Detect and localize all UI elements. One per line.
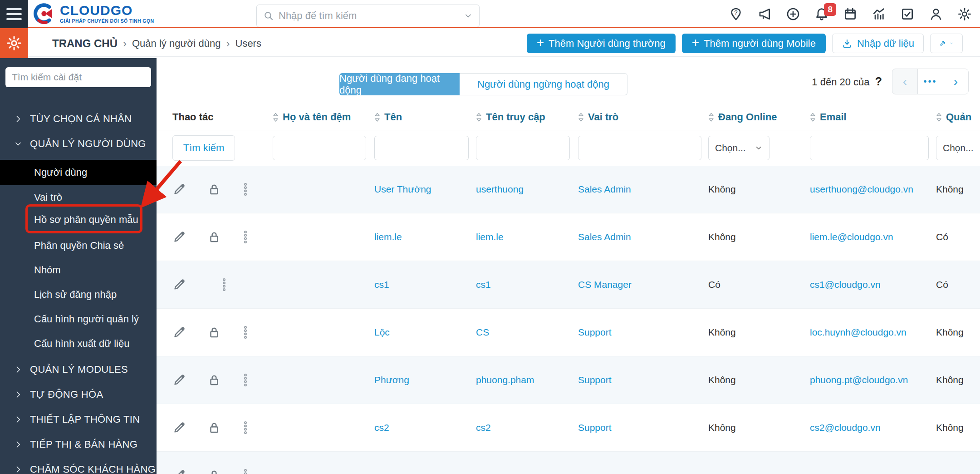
next-page-button[interactable]: ›	[943, 69, 969, 94]
cell-email[interactable]: phuong.pt@cloudgo.vn	[810, 375, 936, 385]
kebab-menu-icon[interactable]	[221, 278, 227, 291]
add-circle-icon[interactable]	[786, 7, 800, 21]
edit-icon[interactable]	[172, 421, 186, 434]
cell-role[interactable]: Sales Admin	[578, 232, 708, 242]
user-profile-icon[interactable]	[929, 7, 943, 21]
cell-email[interactable]: loc.huynh@cloudgo.vn	[810, 327, 936, 338]
more-pages-button[interactable]: •••	[917, 69, 943, 94]
edit-icon[interactable]	[172, 230, 186, 244]
sidebar-section-info-setup[interactable]: THIẾT LẬP THÔNG TIN	[0, 407, 157, 432]
column-header-role[interactable]: Vai trò	[578, 111, 708, 123]
column-header-email[interactable]: Email	[810, 111, 936, 123]
tools-dropdown-button[interactable]	[930, 34, 963, 53]
kebab-menu-icon[interactable]	[242, 373, 249, 387]
settings-module-icon[interactable]	[0, 28, 28, 58]
map-pin-help-icon[interactable]	[729, 7, 743, 21]
add-mobile-user-button[interactable]: + Thêm người dùng Mobile	[682, 34, 826, 53]
column-header-username[interactable]: Tên truy cập	[476, 111, 578, 123]
cell-role[interactable]: Support	[578, 422, 708, 433]
cell-email[interactable]: liem.le@cloudgo.vn	[810, 232, 936, 242]
global-search-input[interactable]	[279, 10, 464, 22]
megaphone-icon[interactable]	[757, 7, 772, 21]
sidebar-section-user-management[interactable]: QUẢN LÝ NGƯỜI DÙNG	[0, 132, 157, 156]
prev-page-button[interactable]: ‹	[892, 69, 918, 94]
sidebar-item-sharing-permissions[interactable]: Phân quyền Chia sẻ	[0, 233, 157, 258]
cell-username[interactable]: userthuong	[476, 184, 578, 195]
cell-name[interactable]: Phương	[374, 375, 476, 385]
sidebar-item-groups[interactable]: Nhóm	[0, 258, 157, 282]
edit-icon[interactable]	[172, 469, 186, 474]
sidebar-section-modules[interactable]: QUẢN LÝ MODULES	[0, 357, 157, 382]
lock-icon[interactable]	[207, 421, 221, 434]
filter-online-select[interactable]: Chọn...	[708, 136, 769, 160]
column-header-name[interactable]: Tên	[374, 111, 476, 123]
lock-icon[interactable]	[207, 373, 221, 387]
cloudgo-logo[interactable]: CLOUDGO GIẢI PHÁP CHUYỂN ĐỔI SỐ TINH GỌN	[33, 2, 154, 25]
kebab-menu-icon[interactable]	[242, 326, 249, 339]
sidebar-section-personal[interactable]: TÙY CHỌN CÁ NHÂN	[0, 107, 157, 131]
edit-icon[interactable]	[172, 373, 186, 387]
calendar-icon[interactable]	[843, 7, 858, 21]
cell-role[interactable]: CS Manager	[578, 279, 708, 290]
filter-manager-select[interactable]: Chọn...	[936, 136, 980, 160]
cell-email[interactable]: userthuong@cloudgo.vn	[810, 184, 936, 195]
sidebar-item-roles[interactable]: Vai trò	[0, 185, 157, 210]
column-header-middle-name[interactable]: Họ và tên đệm	[273, 111, 374, 123]
kebab-menu-icon[interactable]	[242, 421, 249, 434]
sidebar-section-automation[interactable]: TỰ ĐỘNG HÓA	[0, 382, 157, 407]
cell-username[interactable]: cs1	[476, 279, 578, 290]
kebab-menu-icon[interactable]	[242, 469, 249, 474]
sidebar-item-manager-config[interactable]: Cấu hình người quản lý	[0, 307, 157, 331]
sidebar-item-permission-profiles[interactable]: Hồ sơ phân quyền mẫu	[0, 207, 157, 232]
add-regular-user-button[interactable]: + Thêm Người dùng thường	[527, 34, 676, 53]
cell-role[interactable]: Support	[578, 375, 708, 385]
cell-username[interactable]: CS	[476, 327, 578, 338]
tasks-icon[interactable]	[900, 7, 915, 21]
lock-icon[interactable]	[207, 183, 221, 196]
cell-name[interactable]: liem.le	[374, 232, 476, 242]
cell-name[interactable]: cs1	[374, 279, 476, 290]
breadcrumb-home[interactable]: TRANG CHỦ	[52, 37, 118, 50]
cell-role[interactable]: Support	[578, 327, 708, 338]
sidebar-search-input[interactable]	[12, 72, 145, 83]
table-search-button[interactable]: Tìm kiếm	[172, 135, 235, 161]
hamburger-menu-icon[interactable]	[0, 0, 28, 28]
cell-email[interactable]: cs1@cloudgo.vn	[810, 279, 936, 290]
filter-role-input[interactable]	[578, 136, 701, 160]
tab-inactive-users[interactable]: Người dùng ngừng hoạt động	[460, 73, 627, 95]
kebab-menu-icon[interactable]	[242, 183, 249, 196]
sidebar-section-marketing-sales[interactable]: TIẾP THỊ & BÁN HÀNG	[0, 432, 157, 457]
notifications-bell[interactable]: 8	[814, 7, 829, 21]
filter-username-input[interactable]	[476, 136, 570, 160]
filter-middle-name-input[interactable]	[273, 136, 366, 160]
filter-name-input[interactable]	[374, 136, 469, 160]
lock-icon[interactable]	[207, 230, 221, 244]
sidebar-item-login-history[interactable]: Lịch sử đăng nhập	[0, 282, 157, 307]
column-header-online[interactable]: Đang Online	[708, 111, 810, 123]
cell-username[interactable]: cs2	[476, 422, 578, 433]
settings-gear-icon[interactable]	[957, 7, 972, 21]
cell-name[interactable]: cs2	[374, 422, 476, 433]
lock-icon[interactable]	[207, 469, 221, 474]
sidebar-section-customer-care[interactable]: CHĂM SÓC KHÁCH HÀNG	[0, 457, 157, 474]
cell-name[interactable]: User Thường	[374, 184, 476, 195]
lock-icon[interactable]	[207, 326, 221, 339]
import-data-button[interactable]: Nhập dữ liệu	[832, 34, 924, 53]
analytics-icon[interactable]	[872, 7, 886, 21]
cell-role[interactable]: Sales Admin	[578, 184, 708, 195]
column-header-manager[interactable]: Quản	[936, 111, 980, 123]
edit-icon[interactable]	[172, 183, 186, 196]
tab-active-users[interactable]: Người dùng đang hoạt động	[339, 73, 460, 95]
cell-name[interactable]: Lộc	[374, 327, 476, 338]
cell-username[interactable]: phuong.pham	[476, 375, 578, 385]
filter-email-input[interactable]	[810, 136, 929, 160]
chevron-down-icon[interactable]	[464, 11, 473, 20]
sidebar-item-export-config[interactable]: Cấu hình xuất dữ liệu	[0, 331, 157, 356]
cell-username[interactable]: liem.le	[476, 232, 578, 242]
edit-icon[interactable]	[172, 278, 186, 291]
sidebar-item-users[interactable]: Người dùng	[0, 160, 157, 185]
cell-email[interactable]: cs2@cloudgo.vn	[810, 422, 936, 433]
kebab-menu-icon[interactable]	[242, 230, 249, 244]
edit-icon[interactable]	[172, 326, 186, 339]
breadcrumb-section[interactable]: Quản lý người dùng	[132, 38, 221, 49]
